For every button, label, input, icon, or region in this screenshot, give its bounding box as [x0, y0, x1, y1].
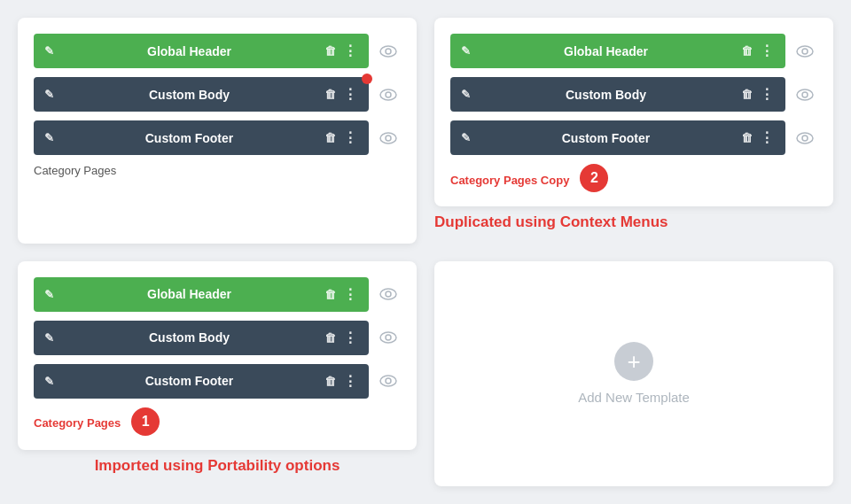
error-dot-tl [362, 74, 372, 84]
trash-icon-bl-2[interactable]: 🗑 [324, 331, 336, 345]
trash-icon-tr-2[interactable]: 🗑 [741, 88, 753, 101]
row-custom-footer-tr: ✎ Custom Footer 🗑 ⋮ [450, 120, 817, 155]
custom-body-btn-tl[interactable]: ✎ Custom Body 🗑 ⋮ [34, 77, 369, 112]
eye-btn-bl-2[interactable] [376, 328, 401, 347]
svg-point-6 [797, 46, 813, 57]
svg-point-17 [386, 378, 391, 384]
add-template-label: Add New Template [578, 390, 690, 405]
svg-point-13 [386, 291, 391, 297]
row-global-header-bl: ✎ Global Header 🗑 ⋮ [34, 277, 401, 312]
row-custom-body-bl: ✎ Custom Body 🗑 ⋮ [34, 321, 401, 355]
custom-body-label-tr: Custom Body [478, 88, 734, 102]
svg-point-14 [380, 332, 396, 343]
global-header-btn-bl[interactable]: ✎ Global Header 🗑 ⋮ [34, 277, 369, 312]
svg-point-15 [386, 335, 391, 340]
dots-icon-tr-2[interactable]: ⋮ [760, 86, 775, 103]
section-title-bl: Imported using Portability options [18, 457, 417, 475]
custom-footer-label-tl: Custom Footer [61, 131, 317, 145]
badge-tr: 2 [580, 164, 608, 192]
top-right-section: ✎ Global Header 🗑 ⋮ ✎ Custom Body 🗑 ⋮ [434, 18, 833, 244]
row-custom-body-tl: ✎ Custom Body 🗑 ⋮ [34, 77, 401, 112]
dots-icon-tl-2[interactable]: ⋮ [343, 86, 358, 103]
global-header-label-tl: Global Header [61, 44, 317, 58]
custom-body-btn-tr[interactable]: ✎ Custom Body 🗑 ⋮ [450, 77, 785, 112]
row-global-header-tl: ✎ Global Header 🗑 ⋮ [34, 34, 401, 68]
svg-point-10 [797, 133, 813, 143]
trash-icon-tl-2[interactable]: 🗑 [324, 88, 336, 101]
template-card-bottom-left: ✎ Global Header 🗑 ⋮ ✎ Custom Body 🗑 ⋮ [18, 261, 417, 450]
bottom-left-section: ✎ Global Header 🗑 ⋮ ✎ Custom Body 🗑 ⋮ [18, 261, 417, 487]
eye-btn-bl-1[interactable] [376, 284, 401, 304]
svg-point-5 [386, 136, 391, 141]
dots-icon-tr-1[interactable]: ⋮ [760, 43, 775, 59]
edit-icon-tl-1: ✎ [44, 44, 54, 58]
global-header-label-bl: Global Header [61, 287, 317, 301]
edit-icon-tl-2: ✎ [44, 88, 54, 101]
svg-point-4 [380, 133, 396, 143]
svg-point-11 [802, 136, 808, 141]
svg-point-0 [380, 46, 396, 57]
custom-footer-label-tr: Custom Footer [478, 131, 734, 145]
svg-point-16 [380, 376, 396, 386]
add-template-button[interactable]: + [614, 342, 653, 381]
trash-icon-tr-1[interactable]: 🗑 [741, 44, 753, 58]
eye-btn-bl-3[interactable] [376, 371, 401, 391]
edit-icon-bl-2: ✎ [44, 331, 54, 345]
dots-icon-bl-3[interactable]: ⋮ [343, 373, 358, 390]
global-header-btn-tl[interactable]: ✎ Global Header 🗑 ⋮ [34, 34, 369, 68]
section-title-tr: Duplicated using Context Menus [434, 213, 833, 231]
trash-icon-bl-1[interactable]: 🗑 [324, 288, 336, 301]
row-custom-footer-bl: ✎ Custom Footer 🗑 ⋮ [34, 364, 401, 399]
badge-bl: 1 [131, 407, 160, 436]
svg-point-1 [386, 49, 391, 54]
template-card-top-left: ✎ Global Header 🗑 ⋮ ✎ Custom Body 🗑 ⋮ [18, 18, 417, 244]
edit-icon-tr-1: ✎ [461, 44, 471, 58]
card-footer-bl: Category Pages [34, 416, 121, 430]
trash-icon-tl-1[interactable]: 🗑 [324, 44, 336, 58]
eye-btn-tr-1[interactable] [792, 42, 817, 61]
eye-btn-tl-3[interactable] [376, 128, 401, 148]
svg-point-7 [802, 49, 808, 54]
custom-footer-label-bl: Custom Footer [61, 374, 317, 388]
dots-icon-bl-1[interactable]: ⋮ [343, 286, 358, 303]
custom-footer-btn-bl[interactable]: ✎ Custom Footer 🗑 ⋮ [34, 364, 369, 399]
trash-icon-bl-3[interactable]: 🗑 [324, 375, 336, 388]
add-template-card: + Add New Template [434, 261, 833, 487]
eye-btn-tl-1[interactable] [376, 42, 401, 61]
card-footer-bl-row: Category Pages 1 [34, 407, 401, 436]
custom-body-label-tl: Custom Body [61, 88, 317, 102]
custom-footer-btn-tl[interactable]: ✎ Custom Footer 🗑 ⋮ [34, 120, 369, 155]
dots-icon-tl-1[interactable]: ⋮ [343, 43, 358, 59]
svg-point-3 [386, 92, 391, 97]
svg-point-12 [380, 289, 396, 299]
edit-icon-tr-2: ✎ [461, 88, 471, 101]
custom-body-btn-bl[interactable]: ✎ Custom Body 🗑 ⋮ [34, 321, 369, 355]
edit-icon-tl-3: ✎ [44, 131, 54, 144]
dots-icon-bl-2[interactable]: ⋮ [343, 330, 358, 346]
row-custom-body-tr: ✎ Custom Body 🗑 ⋮ [450, 77, 817, 112]
trash-icon-tl-3[interactable]: 🗑 [324, 131, 336, 144]
custom-body-label-bl: Custom Body [61, 330, 317, 345]
row-global-header-tr: ✎ Global Header 🗑 ⋮ [450, 34, 817, 68]
template-card-top-right: ✎ Global Header 🗑 ⋮ ✎ Custom Body 🗑 ⋮ [434, 18, 833, 206]
eye-btn-tl-2[interactable] [376, 85, 401, 105]
card-footer-tl: Category Pages [34, 164, 401, 177]
card-footer-tr-row: Category Pages Copy 2 [450, 164, 817, 192]
edit-icon-bl-3: ✎ [44, 375, 54, 388]
svg-point-2 [380, 89, 396, 100]
svg-point-8 [797, 89, 813, 100]
dots-icon-tr-3[interactable]: ⋮ [760, 129, 775, 146]
global-header-label-tr: Global Header [478, 44, 734, 58]
row-custom-footer-tl: ✎ Custom Footer 🗑 ⋮ [34, 120, 401, 155]
dots-icon-tl-3[interactable]: ⋮ [343, 129, 358, 146]
eye-btn-tr-3[interactable] [792, 128, 817, 148]
card-footer-tr: Category Pages Copy [450, 174, 569, 187]
edit-icon-bl-1: ✎ [44, 288, 54, 301]
global-header-btn-tr[interactable]: ✎ Global Header 🗑 ⋮ [450, 34, 785, 68]
eye-btn-tr-2[interactable] [792, 85, 817, 105]
edit-icon-tr-3: ✎ [461, 131, 471, 144]
custom-footer-btn-tr[interactable]: ✎ Custom Footer 🗑 ⋮ [450, 120, 785, 155]
svg-point-9 [802, 92, 808, 97]
trash-icon-tr-3[interactable]: 🗑 [741, 131, 753, 144]
